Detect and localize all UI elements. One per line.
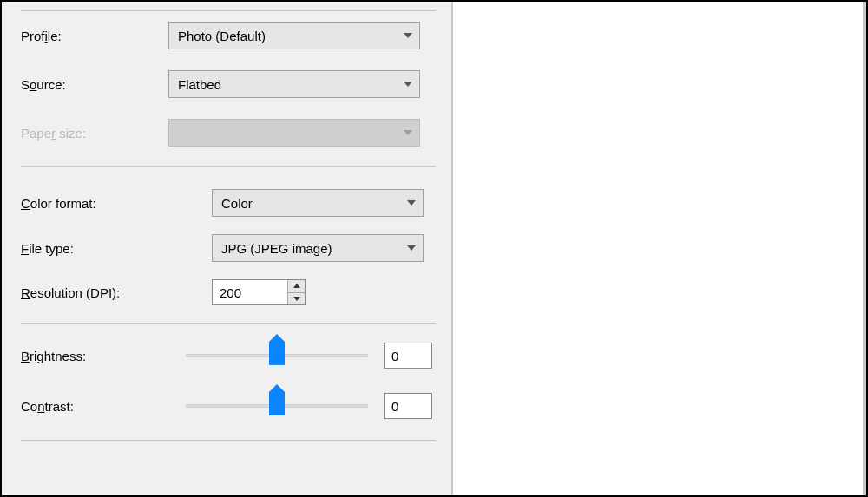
brightness-slider[interactable] bbox=[186, 343, 368, 368]
chevron-down-icon bbox=[404, 82, 412, 87]
profile-value: Photo (Default) bbox=[178, 29, 266, 43]
source-value: Flatbed bbox=[178, 77, 221, 92]
contrast-value-box[interactable]: 0 bbox=[384, 393, 432, 419]
profile-combo[interactable]: Photo (Default) bbox=[168, 22, 420, 49]
resolution-row: Resolution (DPI): 200 bbox=[21, 271, 436, 314]
brightness-row: Brightness: 0 bbox=[21, 330, 436, 381]
file-type-value: JPG (JPEG image) bbox=[221, 241, 332, 256]
source-label: Source: bbox=[21, 77, 168, 92]
profile-row: Profile: Photo (Default) bbox=[21, 11, 436, 60]
arrow-up-icon bbox=[293, 284, 300, 288]
paper-size-combo bbox=[168, 119, 420, 147]
contrast-slider[interactable] bbox=[186, 394, 368, 418]
profile-label: Profile: bbox=[21, 29, 168, 43]
source-combo[interactable]: Flatbed bbox=[168, 70, 420, 98]
chevron-down-icon bbox=[407, 245, 416, 251]
arrow-down-icon bbox=[293, 297, 300, 301]
paper-size-row: Paper size: bbox=[21, 108, 436, 157]
spinner-buttons bbox=[287, 280, 305, 304]
resolution-spinner[interactable]: 200 bbox=[212, 279, 306, 305]
brightness-label: Brightness: bbox=[21, 349, 186, 363]
file-type-row: File type: JPG (JPEG image) bbox=[21, 226, 436, 271]
file-type-label: File type: bbox=[21, 241, 212, 256]
contrast-row: Contrast: 0 bbox=[21, 381, 436, 431]
settings-panel: Profile: Photo (Default) Source: Flatbed… bbox=[2, 2, 453, 495]
spinner-up-button[interactable] bbox=[288, 280, 305, 292]
preview-border bbox=[863, 2, 866, 495]
color-format-row: Color format: Color bbox=[21, 180, 436, 226]
color-format-label: Color format: bbox=[21, 196, 212, 211]
resolution-value[interactable]: 200 bbox=[213, 280, 287, 304]
resolution-label: Resolution (DPI): bbox=[21, 285, 212, 300]
contrast-label: Contrast: bbox=[21, 399, 186, 414]
chevron-down-icon bbox=[404, 33, 412, 38]
source-row: Source: Flatbed bbox=[21, 60, 436, 108]
spinner-down-button[interactable] bbox=[288, 292, 305, 305]
paper-size-label: Paper size: bbox=[21, 126, 168, 141]
brightness-value-box[interactable]: 0 bbox=[384, 343, 432, 369]
slider-thumb[interactable] bbox=[269, 392, 285, 415]
preview-panel bbox=[453, 2, 866, 495]
contrast-value: 0 bbox=[391, 399, 398, 414]
color-format-combo[interactable]: Color bbox=[212, 189, 424, 217]
chevron-down-icon bbox=[407, 200, 416, 206]
brightness-value: 0 bbox=[391, 349, 398, 363]
file-type-combo[interactable]: JPG (JPEG image) bbox=[212, 234, 424, 262]
separator bbox=[21, 440, 436, 441]
chevron-down-icon bbox=[404, 130, 412, 135]
color-format-value: Color bbox=[221, 196, 253, 211]
slider-thumb[interactable] bbox=[269, 342, 285, 364]
scan-settings-window: Profile: Photo (Default) Source: Flatbed… bbox=[0, 0, 868, 497]
